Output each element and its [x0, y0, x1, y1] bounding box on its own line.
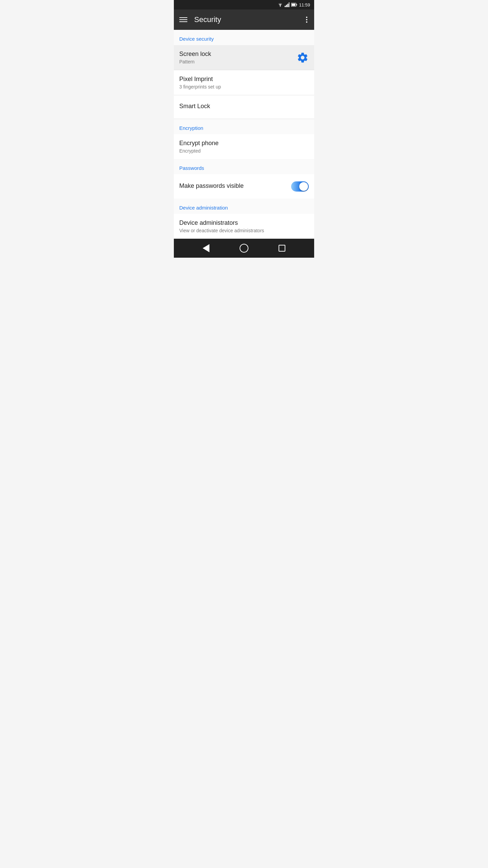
pixel-imprint-title: Pixel Imprint — [179, 76, 309, 83]
encrypt-phone-text: Encrypt phone Encrypted — [179, 140, 309, 154]
section-header-passwords: Passwords — [174, 159, 314, 174]
passwords-items: Make passwords visible — [174, 174, 314, 199]
app-bar: Security — [174, 9, 314, 30]
passwords-toggle-container — [291, 181, 309, 192]
svg-rect-7 — [292, 4, 296, 6]
battery-icon — [291, 3, 297, 7]
section-device-administration: Device administration Device administrat… — [174, 199, 314, 239]
device-administrators-text: Device administrators View or deactivate… — [179, 219, 309, 233]
pixel-imprint-item[interactable]: Pixel Imprint 3 fingerprints set up — [174, 70, 314, 95]
screen-lock-subtitle: Pattern — [179, 59, 297, 64]
smart-lock-text: Smart Lock — [179, 103, 309, 111]
screen-lock-text: Screen lock Pattern — [179, 51, 297, 64]
svg-rect-6 — [297, 4, 297, 5]
signal-icon — [285, 2, 289, 7]
section-device-security: Device security Screen lock Pattern Pixe… — [174, 30, 314, 119]
content-area: Device security Screen lock Pattern Pixe… — [174, 30, 314, 239]
device-security-items: Screen lock Pattern Pixel Imprint 3 fing… — [174, 45, 314, 119]
svg-rect-3 — [287, 4, 288, 7]
nav-home-button[interactable] — [240, 244, 248, 253]
pixel-imprint-text: Pixel Imprint 3 fingerprints set up — [179, 76, 309, 90]
svg-rect-4 — [289, 2, 289, 7]
device-administrators-subtitle: View or deactivate device administrators — [179, 228, 309, 233]
svg-point-0 — [280, 6, 281, 7]
status-bar: 11:59 — [174, 0, 314, 9]
section-header-device-admin: Device administration — [174, 199, 314, 214]
svg-rect-1 — [285, 6, 286, 7]
toggle-thumb — [299, 182, 308, 191]
pixel-imprint-subtitle: 3 fingerprints set up — [179, 84, 309, 90]
smart-lock-item[interactable]: Smart Lock — [174, 95, 314, 119]
passwords-visible-toggle[interactable] — [291, 181, 309, 192]
bottom-nav-bar — [174, 239, 314, 258]
encryption-items: Encrypt phone Encrypted — [174, 134, 314, 159]
screen-lock-item[interactable]: Screen lock Pattern — [174, 45, 314, 70]
section-encryption: Encryption Encrypt phone Encrypted — [174, 119, 314, 159]
status-icons: 11:59 — [278, 2, 310, 7]
device-administrators-title: Device administrators — [179, 219, 309, 226]
section-header-device-security: Device security — [174, 30, 314, 45]
nav-back-button[interactable] — [203, 244, 209, 252]
device-administration-items: Device administrators View or deactivate… — [174, 214, 314, 239]
nav-recents-button[interactable] — [279, 245, 285, 252]
menu-icon[interactable] — [179, 17, 187, 22]
screen-lock-gear-icon[interactable] — [297, 52, 309, 64]
svg-rect-2 — [286, 5, 287, 7]
encrypt-phone-title: Encrypt phone — [179, 140, 309, 147]
encrypt-phone-subtitle: Encrypted — [179, 148, 309, 154]
wifi-icon — [278, 3, 283, 7]
passwords-visible-text: Make passwords visible — [179, 182, 291, 191]
page-title: Security — [194, 15, 298, 24]
smart-lock-title: Smart Lock — [179, 103, 309, 110]
section-header-encryption: Encryption — [174, 119, 314, 134]
section-passwords: Passwords Make passwords visible — [174, 159, 314, 199]
passwords-visible-title: Make passwords visible — [179, 182, 291, 190]
encrypt-phone-item[interactable]: Encrypt phone Encrypted — [174, 134, 314, 159]
screen-lock-title: Screen lock — [179, 51, 297, 58]
status-time: 11:59 — [299, 2, 310, 7]
more-options-icon[interactable] — [305, 15, 309, 24]
passwords-visible-item[interactable]: Make passwords visible — [174, 174, 314, 199]
device-administrators-item[interactable]: Device administrators View or deactivate… — [174, 214, 314, 239]
